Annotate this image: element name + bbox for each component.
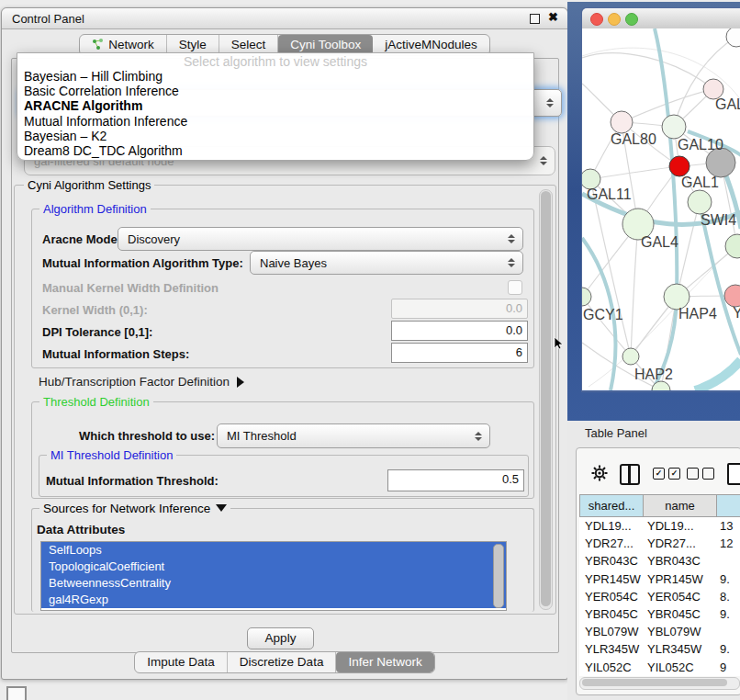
network-node[interactable] — [622, 348, 639, 365]
network-node[interactable] — [726, 28, 740, 47]
clear-selection-icon[interactable] — [687, 468, 714, 480]
node-label: GAL — [715, 96, 740, 112]
table-row[interactable]: YIL052CYIL052C9 — [579, 659, 740, 676]
dropdown-placeholder: Select algorithm to view settings — [17, 54, 533, 69]
close-traffic-light[interactable] — [590, 13, 603, 26]
table-row[interactable]: YER054CYER054C8. — [579, 588, 740, 605]
algorithm-option[interactable]: Dream8 DC_TDC Algorithm — [17, 143, 533, 158]
table-row[interactable]: YDL19...YDL19...13 — [579, 517, 740, 535]
node-label: GAL10 — [678, 137, 723, 152]
mi-threshold-field[interactable]: 0.5 — [387, 469, 524, 491]
network-edge — [653, 28, 677, 390]
network-window-titlebar[interactable] — [582, 8, 740, 29]
select-all-icon[interactable]: ✓✓ — [653, 468, 680, 480]
data-attributes-list[interactable]: SelfLoopsTopologicalCoefficientBetweenne… — [40, 541, 507, 611]
mi-type-combo[interactable]: Naive Bayes — [250, 251, 523, 275]
float-window-icon[interactable] — [530, 14, 540, 24]
split-columns-icon[interactable] — [620, 464, 640, 485]
table-hscrollbar-thumb[interactable] — [582, 679, 727, 686]
table-header: shared...name — [579, 494, 740, 517]
network-view-window[interactable]: GALGAL80GAL10GAL1GAL11SWI4GAL4GCY1HAP4YH… — [581, 7, 740, 392]
table-panel-title: Table Panel — [585, 426, 647, 440]
table-row[interactable]: YBR045CYBR045C9. — [579, 605, 740, 623]
apply-button[interactable]: Apply — [247, 627, 314, 649]
table-cell: YDR27... — [579, 535, 642, 552]
network-icon — [92, 38, 104, 52]
column-header[interactable] — [717, 494, 740, 517]
tab-infer-network[interactable]: Infer Network — [336, 652, 433, 672]
table-cell: YBR045C — [579, 605, 642, 623]
table-cell: YER054C — [642, 588, 714, 605]
table-panel: ✓✓ shared...name YDL19...YDL19...13YDR27… — [576, 447, 740, 695]
table-cell — [714, 552, 740, 570]
table-cell: YBR045C — [642, 605, 714, 623]
algorithm-option[interactable]: Basic Correlation Inference — [17, 84, 533, 98]
mi-threshold-group-title: MI Threshold Definition — [47, 448, 176, 462]
algorithm-option[interactable]: ARACNE Algorithm — [17, 98, 533, 113]
data-attribute-item[interactable]: TopologicalCoefficient — [41, 559, 506, 575]
spinner-icon — [539, 156, 547, 165]
table-hscrollbar[interactable] — [579, 677, 740, 690]
network-node[interactable] — [611, 111, 633, 133]
node-label: Y — [733, 305, 740, 321]
spinner-icon — [545, 98, 554, 107]
tab-discretize-data[interactable]: Discretize Data — [228, 652, 337, 672]
table-row[interactable]: YBL079WYBL079W — [579, 623, 740, 640]
table-cell: YBR043C — [642, 552, 714, 570]
floating-toolbar-chip[interactable] — [6, 686, 27, 700]
kernel-width-field[interactable]: 0.0 — [391, 299, 528, 319]
data-attribute-item[interactable]: BetweennessCentrality — [41, 575, 506, 592]
spinner-icon — [507, 258, 515, 267]
table-row[interactable]: YLR345WYLR345W9. — [579, 640, 740, 658]
mi-threshold-label: Mutual Information Threshold: — [46, 474, 219, 488]
attributes-scrollbar[interactable] — [493, 544, 504, 608]
algorithm-option[interactable]: Mutual Information Inference — [17, 114, 533, 129]
settings-scrollbar-thumb[interactable] — [541, 191, 551, 606]
gear-icon[interactable] — [591, 465, 608, 485]
column-header[interactable]: name — [644, 494, 717, 517]
table-cell: 12 — [714, 535, 740, 552]
algorithm-definition-title: Algorithm Definition — [39, 202, 151, 216]
algorithm-option[interactable]: Bayesian – Hill Climbing — [17, 69, 533, 84]
table-row[interactable]: YBR043CYBR043C — [579, 552, 740, 570]
aracne-mode-combo[interactable]: Discovery — [118, 227, 523, 251]
data-attribute-item[interactable]: gal4RGexp — [41, 592, 506, 608]
data-attribute-item[interactable]: SelfLoops — [41, 542, 506, 559]
algorithm-option[interactable]: Bayesian – K2 — [17, 129, 533, 143]
network-node[interactable] — [582, 288, 591, 306]
algorithm-dropdown-popup: Select algorithm to view settings Bayesi… — [17, 52, 534, 161]
zoom-traffic-light[interactable] — [625, 13, 638, 26]
network-node[interactable] — [662, 115, 686, 139]
chevron-down-icon — [216, 504, 227, 512]
table-cell: YPR145W — [579, 570, 642, 588]
control-panel-titlebar[interactable]: Control Panel ✖ — [2, 8, 567, 29]
table-cell: YIL052C — [642, 659, 714, 676]
sources-group-title[interactable]: Sources for Network Inference — [39, 502, 230, 515]
bottom-tab-bar: Impute Data Discretize Data Infer Networ… — [2, 650, 567, 674]
node-label: SWI4 — [701, 212, 736, 228]
mi-steps-label: Mutual Information Steps: — [42, 347, 189, 361]
minimize-traffic-light[interactable] — [608, 13, 621, 26]
close-icon[interactable]: ✖ — [548, 10, 558, 24]
mouse-cursor — [554, 337, 565, 350]
dpi-tolerance-field[interactable]: 0.0 — [391, 321, 528, 341]
table-cell: 9. — [714, 570, 740, 588]
network-node[interactable] — [669, 156, 690, 176]
network-node[interactable] — [688, 190, 712, 214]
table-cell: YER054C — [579, 588, 642, 605]
manual-kernel-checkbox[interactable] — [508, 280, 522, 295]
network-node[interactable] — [724, 285, 740, 307]
network-canvas[interactable]: GALGAL80GAL10GAL1GAL11SWI4GAL4GCY1HAP4YH… — [582, 28, 740, 390]
document-icon[interactable] — [727, 463, 740, 485]
table-cell: YDL19... — [642, 517, 714, 535]
settings-scrollbar[interactable] — [539, 189, 553, 610]
table-cell: 9. — [714, 640, 740, 658]
tab-impute-data[interactable]: Impute Data — [135, 652, 228, 672]
which-threshold-combo[interactable]: MI Threshold — [217, 423, 490, 448]
table-row[interactable]: YDR27...YDR27...12 — [579, 535, 740, 552]
hub-definition-expander[interactable]: Hub/Transcription Factor Definition — [39, 375, 244, 389]
mi-steps-field[interactable]: 6 — [391, 343, 528, 363]
table-row[interactable]: YPR145WYPR145W9. — [579, 570, 740, 588]
column-header[interactable]: shared... — [579, 494, 644, 517]
data-attributes-label: Data Attributes — [37, 523, 125, 536]
